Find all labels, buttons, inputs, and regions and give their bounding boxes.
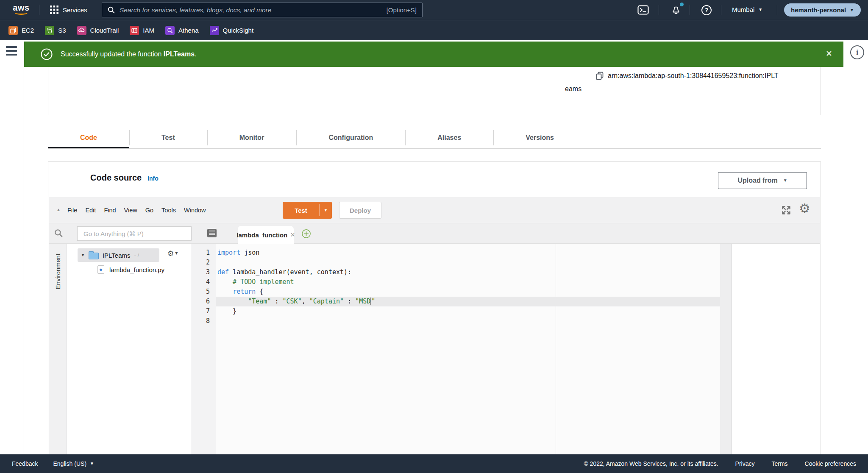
environment-strip: Environment	[49, 244, 67, 454]
footer-link-cookie-preferences[interactable]: Cookie preferences	[805, 460, 856, 467]
info-panel-button[interactable]: i	[850, 45, 864, 59]
code-pane[interactable]: import jsondef lambda_handler(event, con…	[216, 244, 720, 454]
deploy-button[interactable]: Deploy	[339, 202, 381, 219]
tab-configuration[interactable]: Configuration	[296, 127, 405, 148]
favorite-ec2[interactable]: EC2	[8, 26, 34, 35]
cloud9-editor: ▲ FileEditFindViewGoToolsWindow Test ▼ D…	[49, 197, 820, 454]
menu-view[interactable]: View	[123, 205, 138, 215]
menu-file[interactable]: File	[67, 205, 78, 215]
tree-folder-row[interactable]: ▼ IPLTeams - /	[81, 248, 139, 262]
function-overview-card: arn:aws:lambda:ap-south-1:308441659523:f…	[48, 58, 821, 115]
environment-sidebar-tab[interactable]: Environment	[49, 244, 67, 299]
test-button[interactable]: Test ▼	[283, 202, 332, 219]
tab-aliases[interactable]: Aliases	[405, 127, 493, 148]
region-selector[interactable]: Mumbai ▼	[732, 6, 762, 13]
folder-name: IPLTeams	[103, 252, 131, 259]
code-line-4: # TODO implement	[216, 277, 720, 287]
code-line-1: import json	[216, 248, 720, 258]
chevron-down-icon: ▼	[175, 252, 178, 255]
services-menu[interactable]: Services	[50, 5, 87, 14]
notification-dot	[680, 3, 684, 6]
upload-from-button[interactable]: Upload from ▼	[718, 172, 807, 189]
tabs-rule	[48, 148, 821, 149]
code-source-title: Code source	[90, 173, 142, 183]
chevron-down-icon: ▼	[783, 178, 787, 183]
favorite-cloudtrail[interactable]: CloudTrail	[77, 26, 119, 35]
tab-monitor[interactable]: Monitor	[207, 127, 297, 148]
chevron-down-icon[interactable]: ▼	[320, 202, 332, 219]
top-nav: aws Services [Option+S]	[0, 0, 868, 20]
caret-down-icon[interactable]: ▼	[81, 253, 85, 257]
code-line-6: "Team" : "CSK", "Captain" : "MSD"	[216, 297, 720, 306]
favorite-iam[interactable]: IAM	[130, 26, 154, 35]
banner-close-icon[interactable]: ✕	[826, 49, 832, 58]
notifications-button[interactable]	[670, 4, 682, 15]
info-link[interactable]: Info	[147, 175, 159, 182]
tab-label: Configuration	[328, 134, 373, 142]
svg-text:?: ?	[705, 7, 709, 14]
chevron-down-icon: ▼	[850, 8, 854, 12]
menu-edit[interactable]: Edit	[84, 205, 97, 215]
editor-scrollbar[interactable]	[720, 244, 732, 454]
tab-code[interactable]: Code	[48, 127, 129, 148]
line-number: 4	[191, 277, 216, 287]
tree-file-row[interactable]: ◆ lambda_function.py	[97, 264, 164, 275]
favorite-label: CloudTrail	[90, 27, 119, 34]
athena-icon	[165, 26, 175, 35]
tab-list-icon[interactable]	[207, 229, 217, 237]
line-number-gutter: 12345678	[191, 244, 216, 454]
menu-go[interactable]: Go	[145, 205, 154, 215]
feedback-link[interactable]: Feedback	[12, 460, 38, 467]
account-label: hemanth-personal	[791, 6, 846, 14]
quicksight-icon	[210, 26, 219, 35]
favorite-athena[interactable]: Athena	[165, 26, 199, 35]
hamburger-menu-icon[interactable]	[6, 46, 17, 58]
info-icon: i	[856, 48, 858, 57]
code-line-3: def lambda_handler(event, context):	[216, 267, 720, 277]
editor-tab-row: lambda_function ×	[49, 223, 820, 244]
favorite-s3[interactable]: S3	[45, 26, 66, 35]
code-source-header: Code source Info	[90, 173, 159, 183]
goto-anything-input[interactable]	[77, 226, 192, 241]
arn-text-line1: arn:aws:lambda:ap-south-1:308441659523:f…	[608, 72, 779, 80]
account-menu[interactable]: hemanth-personal ▼	[784, 3, 861, 17]
close-icon[interactable]: ×	[290, 231, 295, 239]
menu-tools[interactable]: Tools	[161, 205, 177, 215]
favorite-quicksight[interactable]: QuickSight	[210, 26, 254, 35]
new-tab-button[interactable]	[301, 229, 311, 239]
help-button[interactable]: ?	[701, 5, 712, 16]
banner-message: Successfully updated the function IPLTea…	[61, 50, 197, 58]
menu-find[interactable]: Find	[103, 205, 117, 215]
footer-link-terms[interactable]: Terms	[771, 460, 787, 467]
collapse-arrow-icon[interactable]: ▲	[56, 207, 61, 212]
copy-icon[interactable]	[596, 72, 604, 80]
aws-logo[interactable]: aws	[12, 3, 31, 15]
language-selector[interactable]: English (US) ▼	[53, 460, 94, 467]
cloudshell-button[interactable]	[637, 5, 649, 15]
function-tabs: CodeTestMonitorConfigurationAliasesVersi…	[48, 127, 586, 148]
search-input[interactable]	[120, 6, 387, 14]
services-grid-icon	[50, 5, 59, 14]
favorites-bar: EC2S3CloudTrailIAMAthenaQuickSight	[0, 20, 868, 40]
search-shortcut: [Option+S]	[387, 6, 417, 14]
s3-icon	[45, 26, 54, 35]
aws-console-page: aws Services [Option+S]	[0, 0, 868, 473]
code-line-2	[216, 258, 720, 267]
favorite-label: EC2	[22, 27, 34, 34]
editor-content: Environment ▼ IPLTeams - / ⚙▼ ◆	[49, 244, 820, 454]
menu-window[interactable]: Window	[183, 205, 207, 215]
global-search[interactable]: [Option+S]	[102, 3, 423, 17]
tab-versions[interactable]: Versions	[493, 127, 586, 148]
cloudtrail-icon	[77, 26, 86, 35]
footer-link-privacy[interactable]: Privacy	[735, 460, 755, 467]
file-name: lambda_function.py	[109, 266, 164, 273]
editor-tab-lambda-function[interactable]: lambda_function ×	[238, 226, 294, 244]
favorite-label: IAM	[143, 27, 154, 34]
settings-gear-icon[interactable]: ⚙	[799, 201, 810, 216]
help-icon: ?	[701, 5, 712, 16]
fullscreen-icon[interactable]	[781, 205, 792, 216]
tab-label: Monitor	[239, 134, 264, 142]
tree-settings-button[interactable]: ⚙▼	[167, 249, 178, 258]
tab-test[interactable]: Test	[129, 127, 207, 148]
code-line-5: return {	[216, 287, 720, 297]
